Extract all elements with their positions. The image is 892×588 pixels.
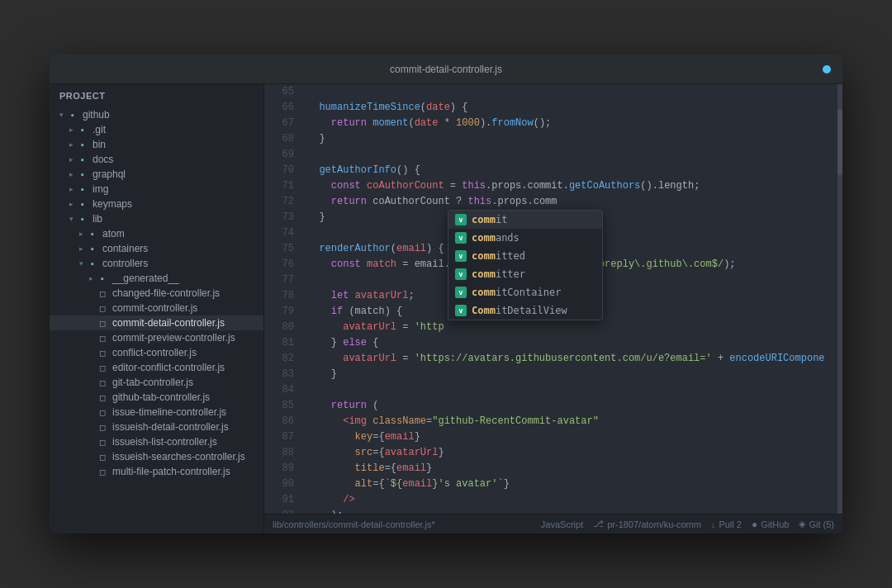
line-number-91: 91	[264, 492, 294, 508]
branch-icon: ⎇	[593, 519, 604, 529]
tree-item-git-tab-controller[interactable]: ◻git-tab-controller.js	[50, 375, 263, 390]
tree-item-issueish-detail-controller[interactable]: ◻issueish-detail-controller.js	[50, 420, 263, 434]
tree-item-lib[interactable]: ▾▪lib	[50, 211, 263, 226]
autocomplete-item-3[interactable]: v committer	[448, 265, 602, 283]
tree-item-label: multi-file-patch-controller.js	[112, 466, 230, 477]
tree-item-issueish-searches-controller[interactable]: ◻issueish-searches-controller.js	[50, 449, 263, 464]
tree-item-commit-detail-controller[interactable]: ◻commit-detail-controller.js	[50, 315, 263, 330]
autocomplete-item-0[interactable]: v commit	[448, 211, 602, 229]
file-icon: ◻	[96, 289, 109, 298]
code-line-65	[307, 84, 842, 100]
tree-item-label: .git	[93, 124, 106, 135]
tree-item-img[interactable]: ▸▪img	[50, 182, 263, 197]
tree-item-multi-file-patch-controller[interactable]: ◻multi-file-patch-controller.js	[50, 464, 263, 479]
tree-item-issueish-list-controller[interactable]: ◻issueish-list-controller.js	[50, 434, 263, 449]
file-icon: ◻	[96, 453, 109, 462]
ac-text: commit	[472, 212, 507, 228]
file-icon: ◻	[96, 349, 109, 358]
folder-icon: ▪	[76, 184, 89, 194]
autocomplete-item-4[interactable]: v commitContainer	[448, 283, 602, 301]
line-number-68: 68	[264, 131, 294, 147]
tree-item-label: github	[83, 109, 110, 121]
file-icon: ◻	[96, 304, 109, 313]
tree-item-keymaps[interactable]: ▸▪keymaps	[50, 197, 263, 211]
folder-arrow: ▸	[66, 170, 76, 178]
tree-item-containers[interactable]: ▸▪containers	[50, 241, 263, 256]
autocomplete-item-5[interactable]: v CommitDetailView	[448, 301, 602, 320]
tree-item-conflict-controller[interactable]: ◻conflict-controller.js	[50, 345, 263, 360]
pull-icon: ↓	[711, 519, 716, 529]
tree-item-label: img	[93, 183, 108, 195]
file-tree: ▾▪github▸▪.git▸▪bin▸▪docs▸▪graphql▸▪img▸…	[50, 107, 263, 479]
line-number-78: 78	[264, 288, 294, 304]
main-area: Project ▾▪github▸▪.git▸▪bin▸▪docs▸▪graph…	[50, 84, 842, 533]
code-area: 6566676869707172737475767778798081828384…	[264, 84, 842, 533]
line-number-73: 73	[264, 210, 294, 225]
code-line-83: }	[307, 367, 842, 382]
branch-indicator[interactable]: ⎇ pr-1807/atom/ku-comm	[593, 519, 701, 529]
tree-item-editor-conflict-controller[interactable]: ◻editor-conflict-controller.js	[50, 360, 263, 375]
ac-badge: v	[455, 232, 467, 244]
tree-item-__generated__[interactable]: ▸▪__generated__	[50, 271, 263, 286]
tree-item-label: commit-controller.js	[112, 302, 197, 314]
tree-item-git[interactable]: ▸▪.git	[50, 122, 263, 137]
file-icon: ◻	[96, 438, 109, 447]
line-number-81: 81	[264, 335, 294, 351]
line-number-86: 86	[264, 414, 294, 429]
tree-item-commit-controller[interactable]: ◻commit-controller.js	[50, 301, 263, 315]
folder-arrow: ▾	[56, 111, 66, 119]
tree-item-graphql[interactable]: ▸▪graphql	[50, 167, 263, 182]
scroll-indicator[interactable]	[837, 84, 842, 514]
folder-icon: ▪	[76, 125, 89, 135]
code-line-66: humanizeTimeSince(date) {	[307, 100, 842, 116]
tree-item-issue-timeline-controller[interactable]: ◻issue-timeline-controller.js	[50, 405, 263, 420]
tab-title: commit-detail-controller.js	[390, 64, 502, 75]
pull-indicator[interactable]: ↓ Pull 2	[711, 519, 742, 529]
code-line-68: }	[307, 131, 842, 147]
code-line-89: title={email}	[307, 461, 842, 477]
tree-item-label: commit-detail-controller.js	[112, 317, 225, 329]
git-status-indicator[interactable]: ◈ Git (5)	[799, 519, 834, 529]
tree-item-controllers[interactable]: ▾▪controllers	[50, 256, 263, 271]
ac-badge: v	[455, 305, 467, 316]
folder-arrow: ▸	[66, 126, 76, 134]
code-line-90: alt={`${email}'s avatar'`}	[307, 477, 842, 492]
folder-arrow: ▸	[76, 244, 86, 253]
status-bar: lib/controllers/commit-detail-controller…	[264, 514, 842, 533]
code-line-67: return moment(date * 1000).fromNow();	[307, 116, 842, 131]
github-indicator[interactable]: ● GitHub	[752, 519, 790, 530]
code-line-92: );	[307, 508, 842, 514]
file-icon: ◻	[96, 393, 109, 402]
file-icon: ◻	[96, 408, 109, 417]
tree-item-github-tab-controller[interactable]: ◻github-tab-controller.js	[50, 390, 263, 405]
line-number-72: 72	[264, 194, 294, 210]
tree-item-bin[interactable]: ▸▪bin	[50, 137, 263, 152]
tree-item-label: controllers	[102, 258, 148, 269]
line-number-89: 89	[264, 461, 294, 477]
tree-item-atom[interactable]: ▸▪atom	[50, 226, 263, 241]
autocomplete-item-1[interactable]: v commands	[448, 229, 602, 247]
tree-item-docs[interactable]: ▸▪docs	[50, 152, 263, 167]
tree-item-label: docs	[93, 154, 113, 165]
folder-arrow: ▸	[66, 155, 76, 164]
tree-item-changed-file-controller[interactable]: ◻changed-file-controller.js	[50, 286, 263, 301]
line-number-92: 92	[264, 508, 294, 514]
line-number-80: 80	[264, 320, 294, 335]
line-number-88: 88	[264, 445, 294, 461]
ac-text: commands	[472, 230, 520, 246]
line-number-84: 84	[264, 382, 294, 398]
folder-icon: ▪	[76, 140, 89, 149]
code-line-72: return coAuthorCount ? this.props.comm	[307, 194, 842, 210]
code-lines[interactable]: humanizeTimeSince(date) { return moment(…	[301, 84, 842, 514]
status-path: lib/controllers/commit-detail-controller…	[273, 519, 541, 529]
tree-item-github[interactable]: ▾▪github	[50, 107, 263, 122]
line-number-83: 83	[264, 367, 294, 382]
folder-arrow: ▸	[76, 230, 86, 238]
line-number-87: 87	[264, 429, 294, 445]
tree-item-label: issue-timeline-controller.js	[112, 406, 226, 418]
folder-icon: ▪	[66, 110, 79, 120]
autocomplete-item-2[interactable]: v committed	[448, 247, 602, 265]
line-number-69: 69	[264, 147, 294, 163]
tree-item-commit-preview-controller[interactable]: ◻commit-preview-controller.js	[50, 330, 263, 345]
ac-badge: v	[455, 214, 467, 225]
